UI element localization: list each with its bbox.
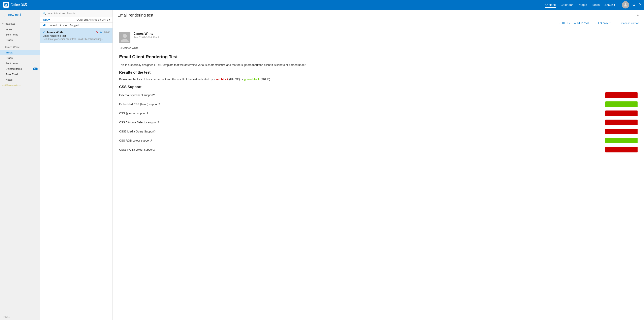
email-preview: Results of your email client test Email … — [43, 38, 110, 41]
svg-text:O: O — [5, 4, 7, 7]
svg-point-2 — [625, 3, 626, 5]
reply-icon: ← — [558, 22, 561, 25]
nav-links: Outlook Calendar People Tasks Admin ▾ — [546, 2, 616, 8]
results-heading: Results of the test — [119, 70, 638, 75]
email-list-item[interactable]: ✓ James White ✕ ⊳ 20:48 Email rendering … — [40, 28, 112, 43]
nav-calendar[interactable]: Calendar — [561, 2, 573, 8]
favorites-header[interactable]: ▾ Favorites — [0, 21, 40, 26]
account-label: James White — [5, 46, 20, 49]
help-icon[interactable]: ? — [639, 3, 641, 7]
sidebar-item-drafts-fav[interactable]: Drafts — [0, 37, 40, 43]
email-sender-name: James White — [46, 31, 64, 34]
email-item-header: ✓ James White ✕ ⊳ 20:48 — [43, 31, 110, 34]
mark-unread-button[interactable]: mark as unread — [621, 22, 639, 25]
sender-date: Tue 02/09/2014 20:48 — [134, 36, 159, 39]
email-content-area: James White Tue 02/09/2014 20:48 To: Jam… — [113, 27, 644, 320]
filter-unread[interactable]: unread — [49, 24, 57, 27]
test-row-4: CSS3 Media Query Support? — [119, 127, 638, 136]
sidebar: ⊕ new mail ▾ Favorites Inbox Sent Items … — [0, 10, 40, 320]
css-tests-list: External stylesheet support?Embedded CSS… — [119, 91, 638, 154]
chevron-icon: ▾ — [2, 23, 4, 25]
test-label-5: CSS RGB colour support? — [119, 139, 152, 142]
middle-pane: 🔍 INBOX CONVERSATIONS BY DATE ▾ all unre… — [40, 10, 113, 320]
nav-outlook[interactable]: Outlook — [546, 2, 556, 8]
test-label-0: External stylesheet support? — [119, 94, 155, 97]
sidebar-item-inbox-fav[interactable]: Inbox — [0, 26, 40, 32]
sender-info: James White Tue 02/09/2014 20:48 — [134, 32, 159, 39]
forward-button[interactable]: → FORWARD — [594, 22, 612, 25]
test-result-block-0 — [605, 92, 638, 98]
nav-tasks[interactable]: Tasks — [592, 2, 600, 8]
new-mail-label: new mail — [8, 13, 21, 17]
search-input[interactable] — [48, 12, 110, 15]
to-recipient: James White; — [123, 46, 139, 49]
nav-admin[interactable]: Admin ▾ — [604, 2, 616, 8]
reply-all-icon: ⇐ — [574, 22, 576, 25]
settings-icon[interactable]: ⚙ — [632, 3, 636, 7]
tab-inbox[interactable]: INBOX — [43, 18, 50, 21]
sidebar-bottom: TASKS — [0, 313, 40, 320]
test-label-4: CSS3 Media Query Support? — [119, 130, 156, 133]
favorites-section: ▾ Favorites Inbox Sent Items Drafts — [0, 20, 40, 44]
sidebar-item-sent-fav[interactable]: Sent Items — [0, 32, 40, 37]
email-title: Email rendering test — [118, 13, 153, 18]
filter-row: all unread to me flagged — [40, 23, 112, 28]
filter-flagged[interactable]: flagged — [70, 24, 78, 27]
svg-point-4 — [123, 34, 127, 38]
office365-logo[interactable]: O Office 365 — [3, 2, 27, 8]
avatar-svg — [119, 32, 130, 43]
flag-icon[interactable]: ⊳ — [100, 31, 102, 34]
sidebar-item-notes[interactable]: Notes — [0, 77, 40, 82]
test-label-6: CSS3 RGBa colour support? — [119, 148, 155, 151]
results-description: Below are the lists of tests carried out… — [119, 77, 638, 81]
nav-people[interactable]: People — [578, 2, 587, 8]
test-result-block-4 — [605, 129, 638, 134]
new-mail-button[interactable]: ⊕ new mail — [0, 10, 40, 20]
sidebar-item-drafts[interactable]: Drafts — [0, 55, 40, 61]
sidebar-item-deleted[interactable]: Deleted Items 44 — [0, 66, 40, 72]
test-row-3: CSS Attribute Selector support? — [119, 118, 638, 127]
email-to-row: To: James White; — [119, 46, 638, 49]
test-label-2: CSS @import support? — [119, 112, 148, 115]
email-body: Email Client Rendering Test This is a sp… — [119, 54, 638, 154]
email-body-intro: This is a specially designed HTML templa… — [119, 63, 638, 67]
test-result-block-5 — [605, 138, 638, 143]
sidebar-item-junk[interactable]: Junk Email — [0, 72, 40, 77]
email-title-bar: Email rendering test ∧ — [113, 10, 644, 19]
conversations-sort[interactable]: CONVERSATIONS BY DATE ▾ — [76, 18, 110, 21]
sidebar-item-inbox[interactable]: Inbox — [0, 50, 40, 55]
more-actions-button[interactable]: ··· — [615, 21, 618, 25]
reply-button[interactable]: ← REPLY — [558, 22, 570, 25]
email-time: 20:48 — [104, 31, 110, 34]
test-result-block-6 — [605, 147, 638, 152]
collapse-icon[interactable]: ∧ — [637, 13, 639, 17]
logo-text: Office 365 — [10, 3, 27, 7]
sidebar-watermark: mail@anonymails.co — [0, 83, 40, 87]
to-label: To: — [119, 46, 122, 49]
account-section: ▾ James White Inbox Drafts Sent Items De… — [0, 44, 40, 83]
chevron-icon-2: ▾ — [2, 46, 4, 48]
delete-icon[interactable]: ✕ — [96, 31, 98, 34]
email-list: ✓ James White ✕ ⊳ 20:48 Email rendering … — [40, 28, 112, 320]
right-pane: Email rendering test ∧ ← REPLY ⇐ REPLY A… — [113, 10, 644, 320]
email-sender-row: James White Tue 02/09/2014 20:48 — [119, 32, 638, 43]
email-actions-bar: ← REPLY ⇐ REPLY ALL → FORWARD ··· mark a… — [113, 19, 644, 27]
plus-icon: ⊕ — [3, 13, 7, 17]
tabs-row: INBOX CONVERSATIONS BY DATE ▾ — [40, 17, 112, 23]
forward-icon: → — [594, 22, 597, 25]
test-row-6: CSS3 RGBa colour support? — [119, 145, 638, 154]
account-header[interactable]: ▾ James White — [0, 44, 40, 50]
test-row-1: Embedded CSS (head) support? — [119, 100, 638, 109]
filter-to-me[interactable]: to me — [60, 24, 67, 27]
user-avatar[interactable] — [622, 1, 629, 9]
test-label-3: CSS Attribute Selector support? — [119, 121, 159, 124]
css-section-header: CSS Support — [119, 85, 638, 89]
favorites-label: Favorites — [5, 22, 15, 25]
sender-name-large: James White — [134, 32, 159, 36]
deleted-badge: 44 — [33, 68, 38, 70]
email-body-heading: Email Client Rendering Test — [119, 54, 638, 60]
main-layout: ⊕ new mail ▾ Favorites Inbox Sent Items … — [0, 10, 644, 320]
reply-all-button[interactable]: ⇐ REPLY ALL — [574, 22, 591, 25]
sidebar-item-sent[interactable]: Sent Items — [0, 61, 40, 66]
filter-all[interactable]: all — [43, 24, 46, 27]
